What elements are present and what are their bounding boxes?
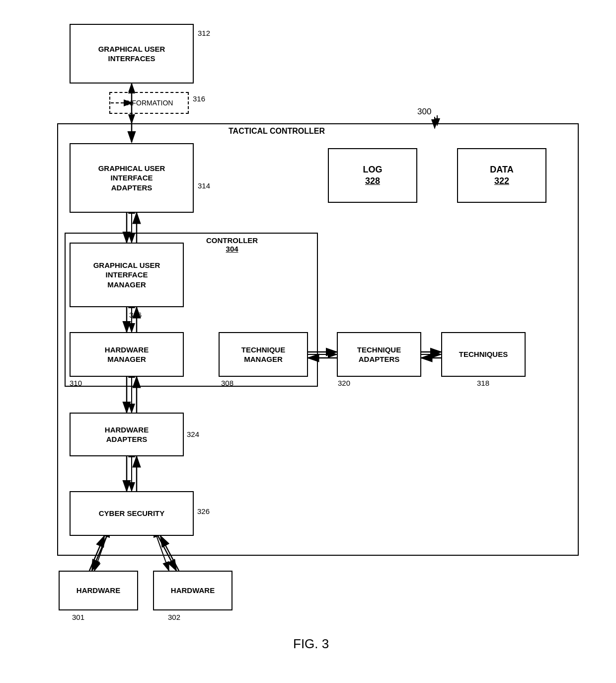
cyber-security-label: CYBER SECURITY bbox=[99, 509, 165, 518]
ref-308: 308 bbox=[221, 379, 233, 387]
hardware-adapters-label: HARDWAREADAPTERS bbox=[105, 425, 149, 444]
ref-306: 306 bbox=[129, 311, 142, 319]
information-label: INFORMATION bbox=[125, 98, 173, 107]
gui-adapters-label: GRAPHICAL USERINTERFACEADAPTERS bbox=[98, 164, 165, 193]
log-box: LOG328 bbox=[328, 148, 417, 203]
figure-label: FIG. 3 bbox=[293, 636, 329, 652]
ref-318: 318 bbox=[477, 379, 489, 387]
technique-adapters-label: TECHNIQUEADAPTERS bbox=[357, 345, 401, 364]
data-label: DATA322 bbox=[490, 164, 513, 187]
gui-manager-label: GRAPHICAL USERINTERFACEMANAGER bbox=[93, 260, 160, 290]
ref-324: 324 bbox=[187, 430, 199, 438]
data-box: DATA322 bbox=[457, 148, 546, 203]
technique-manager-box: TECHNIQUEMANAGER bbox=[219, 332, 308, 377]
ref-301: 301 bbox=[72, 613, 84, 621]
technique-manager-label: TECHNIQUEMANAGER bbox=[241, 345, 285, 364]
hardware2-label: HARDWARE bbox=[171, 586, 215, 596]
hardware-adapters-box: HARDWAREADAPTERS bbox=[70, 413, 184, 456]
ref-316: 316 bbox=[193, 94, 205, 103]
log-label: LOG328 bbox=[363, 164, 383, 187]
ref-312: 312 bbox=[198, 29, 210, 37]
information-box: INFORMATION bbox=[109, 92, 189, 114]
controller-label: CONTROLLER304 bbox=[206, 236, 258, 253]
hardware2-box: HARDWARE bbox=[153, 571, 232, 610]
hardware1-box: HARDWARE bbox=[59, 571, 138, 610]
ref-314: 314 bbox=[198, 181, 210, 190]
hardware-manager-box: HARDWAREMANAGER bbox=[70, 332, 184, 377]
ref-326: 326 bbox=[197, 507, 210, 515]
hardware1-label: HARDWARE bbox=[77, 586, 120, 596]
cyber-security-box: CYBER SECURITY bbox=[70, 491, 194, 536]
ref-310: 310 bbox=[70, 379, 82, 387]
ref-320: 320 bbox=[338, 379, 350, 387]
hardware-manager-label: HARDWAREMANAGER bbox=[105, 345, 149, 364]
ref-302: 302 bbox=[168, 613, 180, 621]
gui-manager-box: GRAPHICAL USERINTERFACEMANAGER bbox=[70, 243, 184, 307]
gui-box: GRAPHICAL USERINTERFACES bbox=[70, 24, 194, 84]
tactical-controller-label: TACTICAL CONTROLLER bbox=[229, 127, 325, 136]
techniques-label: TECHNIQUES bbox=[459, 349, 508, 359]
gui-adapters-box: GRAPHICAL USERINTERFACEADAPTERS bbox=[70, 143, 194, 213]
techniques-box: TECHNIQUES bbox=[441, 332, 526, 377]
technique-adapters-box: TECHNIQUEADAPTERS bbox=[337, 332, 421, 377]
gui-label: GRAPHICAL USERINTERFACES bbox=[98, 44, 165, 64]
